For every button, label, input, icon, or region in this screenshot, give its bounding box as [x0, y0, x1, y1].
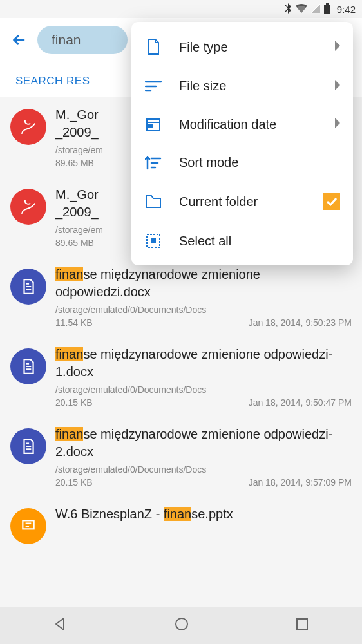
select-all-icon [144, 233, 162, 249]
wifi-icon [296, 4, 307, 15]
nav-back-button[interactable] [53, 617, 68, 634]
menu-select-all[interactable]: Select all [131, 222, 353, 260]
android-nav-bar [0, 607, 362, 644]
sort-icon [144, 156, 162, 170]
calendar-icon [144, 117, 162, 132]
item-title: finanse międzynarodowe zmienione odpowie… [55, 426, 352, 460]
chevron-right-icon [334, 41, 340, 53]
item-meta: 20.15 KBJan 18, 2014, 9:57:09 PM [55, 477, 352, 488]
menu-label: Modification date [179, 117, 317, 132]
item-meta: 20.15 KBJan 18, 2014, 9:50:47 PM [55, 397, 352, 408]
list-item[interactable]: finanse międzynarodowe zmienione odpowie… [0, 257, 362, 337]
item-path: /storage/emulated/0/Documents/Docs [55, 464, 352, 475]
doc-icon [10, 428, 46, 464]
menu-modification-date[interactable]: Modification date [131, 105, 353, 144]
signal-icon [311, 4, 320, 15]
status-bar: 9:42 [0, 0, 362, 18]
item-path: /storage/emulated/0/Documents/Docs [55, 305, 352, 315]
pdf-icon [10, 109, 46, 145]
list-item[interactable]: finanse międzynarodowe zmienione odpowie… [0, 417, 362, 497]
filter-menu: File type File size Modification date So… [131, 22, 353, 265]
doc-icon [10, 269, 46, 305]
svg-rect-8 [297, 619, 307, 629]
ppt-icon [10, 508, 46, 544]
menu-label: Sort mode [179, 155, 340, 170]
size-icon [144, 80, 162, 92]
status-time: 9:42 [337, 4, 356, 15]
svg-rect-4 [149, 124, 152, 128]
chevron-right-icon [334, 118, 340, 131]
chevron-right-icon [334, 80, 340, 93]
svg-rect-0 [326, 3, 329, 5]
item-path: /storage/emulated/0/Documents/Docs [55, 384, 352, 395]
menu-label: Select all [179, 234, 340, 249]
folder-icon [144, 194, 162, 209]
doc-icon [10, 348, 46, 384]
svg-point-7 [176, 618, 187, 630]
menu-label: File size [179, 79, 317, 93]
nav-recent-button[interactable] [296, 618, 309, 633]
list-item[interactable]: finanse międzynarodowe zmienione odpowie… [0, 337, 362, 417]
nav-home-button[interactable] [174, 616, 189, 634]
battery-icon [324, 3, 330, 15]
menu-current-folder[interactable]: Current folder [131, 182, 353, 222]
item-title: W.6 BiznesplanZ - finanse.pptx [55, 506, 352, 523]
svg-rect-6 [151, 238, 156, 243]
search-input[interactable]: finan [37, 26, 128, 54]
menu-label: File type [179, 40, 317, 55]
svg-rect-2 [23, 520, 33, 529]
svg-rect-1 [324, 5, 330, 14]
item-title: finanse międzynarodowe zmienione odpowie… [55, 346, 352, 381]
item-meta: 11.54 KBJan 18, 2014, 9:50:23 PM [55, 317, 352, 328]
menu-file-type[interactable]: File type [131, 27, 353, 67]
menu-file-size[interactable]: File size [131, 67, 353, 105]
bluetooth-icon [284, 3, 292, 15]
list-item[interactable]: W.6 BiznesplanZ - finanse.pptx [0, 497, 362, 553]
checkbox-checked-icon[interactable] [323, 193, 340, 210]
pdf-icon [10, 189, 46, 225]
back-button[interactable] [10, 31, 28, 49]
item-title: finanse międzynarodowe zmienione odpowie… [55, 266, 352, 301]
menu-label: Current folder [179, 194, 307, 209]
menu-sort-mode[interactable]: Sort mode [131, 144, 353, 182]
file-icon [144, 39, 162, 55]
